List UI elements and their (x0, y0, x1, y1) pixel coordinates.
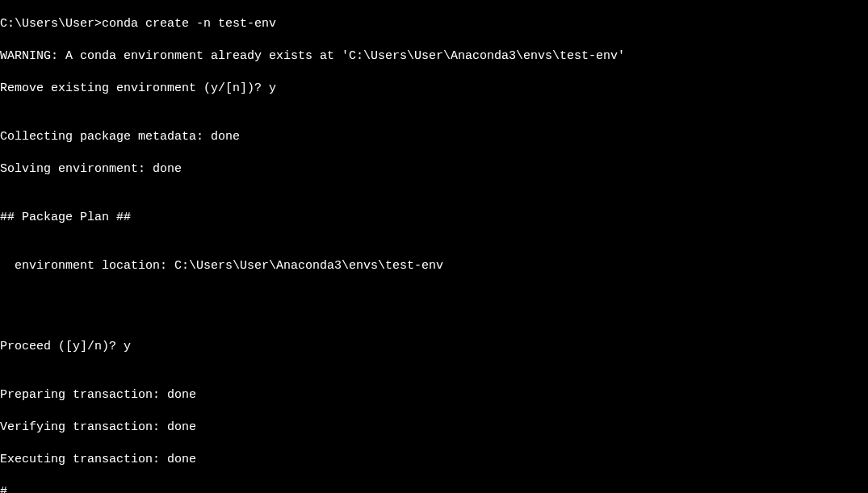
command-line: C:\Users\User>conda create -n test-env (0, 16, 868, 32)
output-line: ## Package Plan ## (0, 210, 868, 226)
terminal-output[interactable]: C:\Users\User>conda create -n test-env W… (0, 0, 868, 493)
output-line: Proceed ([y]/n)? y (0, 339, 868, 355)
output-line: Verifying transaction: done (0, 420, 868, 436)
command-text: conda create -n test-env (102, 17, 276, 31)
output-line: WARNING: A conda environment already exi… (0, 48, 868, 65)
output-line: Collecting package metadata: done (0, 129, 868, 145)
output-line: Solving environment: done (0, 161, 868, 178)
output-line: Executing transaction: done (0, 452, 868, 468)
output-line: Remove existing environment (y/[n])? y (0, 81, 868, 97)
output-line: # (0, 484, 868, 493)
prompt: C:\Users\User> (0, 17, 102, 31)
output-line: environment location: C:\Users\User\Anac… (0, 258, 868, 274)
output-line: Preparing transaction: done (0, 387, 868, 403)
